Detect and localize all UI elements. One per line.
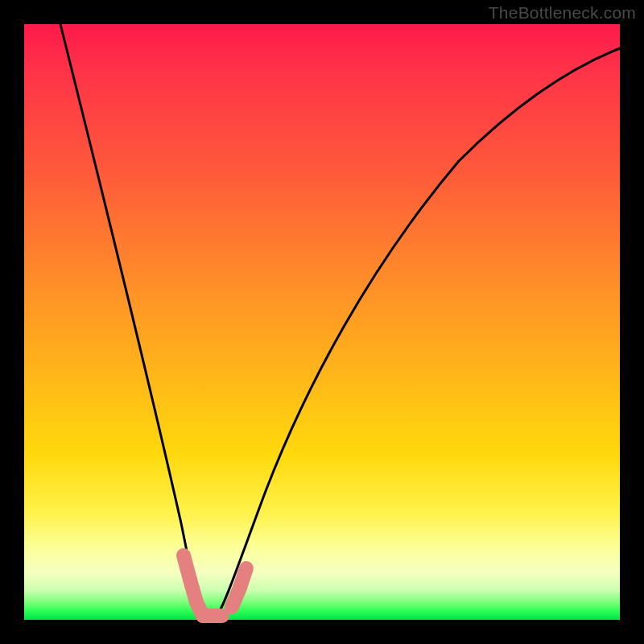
watermark-text: TheBottleneck.com bbox=[489, 3, 636, 23]
chart-frame: TheBottleneck.com bbox=[0, 0, 644, 644]
plot-area bbox=[24, 24, 620, 620]
curve-layer bbox=[24, 24, 620, 620]
valley-markers bbox=[184, 555, 246, 616]
bottleneck-curve bbox=[60, 24, 620, 618]
svg-line-6 bbox=[240, 568, 246, 588]
